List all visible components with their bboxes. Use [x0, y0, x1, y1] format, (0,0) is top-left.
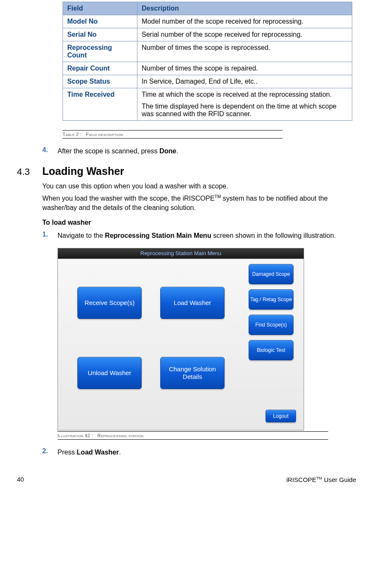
field-desc-cell: In Service, Damaged, End of Life, etc..	[137, 75, 352, 88]
step-4-bold: Done	[159, 147, 176, 155]
field-name-cell: Model No	[63, 15, 137, 28]
section-title: Loading Washer	[42, 165, 124, 177]
field-description-table: Field Description Model NoModel number o…	[63, 2, 352, 121]
step-2-text-pre: Press	[58, 449, 77, 456]
step-4: 4. After the scope is scanned, press Don…	[42, 146, 356, 156]
load-washer-button[interactable]: Load Washer	[160, 287, 225, 319]
step-4-text-post: .	[176, 147, 178, 155]
step-2-number: 2.	[42, 447, 58, 457]
field-name-cell: Scope Status	[63, 75, 137, 88]
step-4-number: 4.	[42, 146, 58, 156]
field-desc-cell: Number of times the scope is repaired.	[137, 62, 352, 75]
illustration-reprocessing-station: Reprocessing Station Main Menu Receive S…	[58, 248, 304, 430]
footer-right: iRISCOPETM User Guide	[286, 476, 356, 483]
page-number: 40	[17, 476, 24, 483]
field-name-cell: Time Received	[63, 88, 137, 121]
change-solution-details-button[interactable]: Change Solution Details	[160, 357, 225, 389]
th-description: Description	[137, 2, 352, 15]
tag-retag-scope-button[interactable]: Tag / Retag Scope	[249, 289, 293, 310]
damaged-scope-button[interactable]: Damaged Scope	[249, 264, 293, 284]
th-field: Field	[63, 2, 137, 15]
page-footer: 40 iRISCOPETM User Guide	[17, 476, 356, 483]
table-row: Serial NoSerial number of the scope rece…	[63, 28, 352, 41]
section-heading: 4.3 Loading Washer	[17, 165, 356, 177]
illustration-caption: Illustration 42 : Reprocessing station	[58, 431, 328, 440]
step-1-text-pre: Navigate to the	[58, 232, 105, 239]
table-caption-prefix: Table 2 :	[63, 132, 82, 137]
illus-caption-prefix: Illustration 42 :	[58, 433, 93, 438]
step-2: 2. Press Load Washer.	[42, 447, 356, 457]
table-row: Time ReceivedTime at which the scope is …	[63, 88, 352, 121]
screen-titlebar: Reprocessing Station Main Menu	[58, 248, 304, 259]
para-2: When you load the washer with the scope,…	[42, 194, 356, 213]
para-1: You can use this option when you load a …	[42, 182, 356, 191]
field-desc-cell: Serial number of the scope received for …	[137, 28, 352, 41]
table-caption-label: Field description	[86, 132, 123, 137]
field-name-cell: Reprocessing Count	[63, 41, 137, 62]
field-name-cell: Serial No	[63, 28, 137, 41]
field-name-cell: Repair Count	[63, 62, 137, 75]
table-row: Model NoModel number of the scope receiv…	[63, 15, 352, 28]
step-1-number: 1.	[42, 231, 58, 240]
step-1: 1. Navigate to the Reprocessing Station …	[42, 231, 356, 240]
table-row: Reprocessing CountNumber of times the sc…	[63, 41, 352, 62]
field-desc-cell: Number of times the scope is reprocessed…	[137, 41, 352, 62]
to-load-washer-subhead: To load washer	[42, 219, 356, 226]
table-row: Repair CountNumber of times the scope is…	[63, 62, 352, 75]
step-1-bold: Reprocessing Station Main Menu	[105, 232, 211, 239]
table-caption: Table 2 : Field description	[63, 130, 282, 139]
biologic-test-button[interactable]: Biologic Test	[249, 340, 293, 360]
field-desc-cell: Time at which the scope is received at t…	[137, 88, 352, 121]
step-1-text-post: screen shown in the following illustrati…	[211, 232, 336, 239]
illus-caption-label: Reprocessing station	[97, 433, 143, 438]
unload-washer-button[interactable]: Unload Washer	[77, 357, 142, 389]
find-scope-button[interactable]: Find Scope(s)	[249, 315, 293, 335]
receive-scope-button[interactable]: Receive Scope(s)	[77, 287, 142, 319]
section-number: 4.3	[17, 166, 42, 177]
step-2-text-post: .	[119, 449, 121, 456]
step-2-bold: Load Washer	[77, 449, 119, 456]
logout-button[interactable]: Logout	[266, 410, 296, 422]
field-desc-cell: Model number of the scope received for r…	[137, 15, 352, 28]
step-4-text-pre: After the scope is scanned, press	[58, 147, 159, 155]
table-row: Scope StatusIn Service, Damaged, End of …	[63, 75, 352, 88]
